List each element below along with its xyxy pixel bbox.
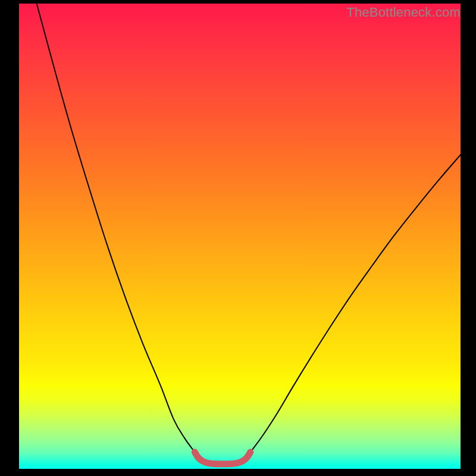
chart-stage: TheBottleneck.com: [0, 0, 476, 476]
series-left-curve: [37, 4, 195, 452]
series-group: [37, 4, 461, 464]
series-valley-highlight: [195, 452, 250, 464]
watermark-text: TheBottleneck.com: [346, 5, 461, 20]
curves-layer: [0, 0, 476, 476]
series-right-curve: [250, 155, 461, 452]
